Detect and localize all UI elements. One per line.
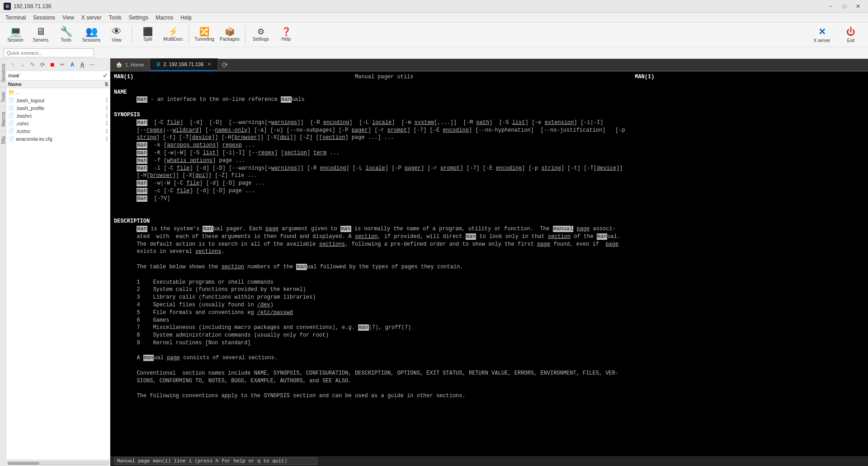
- term-line: man -l [-C file] [-d] [-D] [--warnings[=…: [114, 165, 864, 172]
- toolbar-separator2: [189, 26, 189, 44]
- window-title: 192.168.71.136: [14, 3, 51, 10]
- maximize-button[interactable]: □: [838, 1, 851, 11]
- session-icon: 💻: [9, 27, 22, 37]
- toolbar-session[interactable]: 💻 Session: [4, 24, 27, 46]
- list-item[interactable]: 📄 .bash_profile 1: [6, 104, 110, 112]
- terminal-content[interactable]: MAN(1) Manual pager utils MAN(1) NAME m: [110, 71, 868, 456]
- menu-tools[interactable]: Tools: [105, 14, 125, 22]
- tab-close-icon[interactable]: ✕: [206, 61, 212, 67]
- term-line: [114, 271, 864, 279]
- menu-terminal[interactable]: Terminal: [2, 14, 29, 22]
- xserver-label: X server: [813, 38, 830, 43]
- toolbar-tunneling-label: Tunneling: [194, 37, 214, 42]
- toolbar-packages[interactable]: 📦 Packages: [218, 24, 241, 46]
- vtab-sftp[interactable]: Sftp: [0, 131, 6, 149]
- path-confirm-icon[interactable]: ✔: [103, 72, 108, 79]
- term-line: The following conventions apply to the S…: [114, 392, 864, 400]
- term-line: man - an interface to the on-line refere…: [114, 96, 864, 104]
- toolbar-servers[interactable]: 🖥 Servers: [29, 24, 52, 46]
- toolbar-separator: [132, 26, 132, 44]
- toolbar-multiexec[interactable]: ⚡ MultiExec: [161, 24, 185, 46]
- statusbar-input[interactable]: [114, 457, 317, 465]
- toolbar-tools[interactable]: 🔧 Tools: [54, 24, 78, 46]
- xserver-icon: ✕: [818, 26, 826, 37]
- menu-settings[interactable]: Settings: [125, 14, 152, 22]
- list-item[interactable]: 📄 .bashrc 1: [6, 112, 110, 119]
- menu-help[interactable]: Help: [177, 14, 195, 22]
- toolbar-exit[interactable]: ⏻ Exit: [837, 24, 864, 46]
- minimize-button[interactable]: −: [825, 1, 837, 11]
- term-line: Conventional section names include NAME,…: [114, 370, 864, 377]
- main-area: Sessions Tools Macros Sftp ↑ ↓ ✎ ⟳ ⏹ ✂ A…: [0, 59, 868, 466]
- term-line: man -w|-W [-C file] [-d] [-D] page ...: [114, 180, 864, 187]
- list-item[interactable]: 📄 .tcshrc 1: [6, 127, 110, 135]
- vtab-tools[interactable]: Tools: [0, 87, 6, 107]
- toolbar-help[interactable]: ❓ Help: [274, 24, 298, 46]
- path-input[interactable]: /root/: [8, 73, 101, 78]
- tab-ssh[interactable]: 🖥 2. 192.168.71.136 ✕: [150, 58, 219, 71]
- menu-macros[interactable]: Macros: [152, 14, 177, 22]
- list-item[interactable]: 📄 .cshrc 1: [6, 119, 110, 127]
- toolbar-sessions[interactable]: 👥 Sessions: [80, 24, 103, 46]
- term-line: [114, 203, 864, 210]
- sess-btn-more[interactable]: ⋯: [88, 60, 97, 69]
- vtab-macros[interactable]: Macros: [0, 107, 6, 131]
- folder-icon: 📁: [8, 89, 15, 95]
- sess-btn-edit[interactable]: ✎: [28, 60, 37, 69]
- toolbar-settings-label: Settings: [253, 37, 269, 42]
- file-icon: 📄: [8, 128, 14, 134]
- new-tab-button[interactable]: ⟳: [218, 58, 231, 71]
- col-name: Name: [8, 81, 105, 87]
- toolbar-session-label: Session: [7, 38, 24, 43]
- toolbar-servers-label: Servers: [33, 38, 48, 43]
- toolbar-settings[interactable]: ⚙ Settings: [249, 24, 273, 46]
- list-item[interactable]: 📁 ..: [6, 88, 110, 96]
- toolbar-view[interactable]: 👁 View: [105, 24, 128, 46]
- term-line: [-H[browser]] [-X[dpi]] [-Z] file ...: [114, 172, 864, 180]
- item-name: .cshrc: [16, 121, 104, 126]
- file-tree: 📁 .. 📄 .bash_logout 1 📄 .bash_profile 1 …: [6, 88, 110, 460]
- sessions-toolbar: ↑ ↓ ✎ ⟳ ⏹ ✂ A A ⋯: [6, 59, 110, 71]
- sess-btn-refresh[interactable]: ⟳: [38, 60, 47, 69]
- tab-home-label: 1. Home: [125, 62, 144, 67]
- close-button[interactable]: ✕: [852, 1, 864, 11]
- term-line: string] [-t] [-T[device]] [-H[browser]] …: [114, 134, 864, 142]
- tab-home[interactable]: 🏠 1. Home: [110, 58, 150, 71]
- panel-scrollbar[interactable]: [6, 460, 110, 466]
- list-item[interactable]: 📄 anaconda-ks.cfg 1: [6, 135, 110, 143]
- file-icon: 📄: [8, 97, 14, 103]
- sess-btn-format[interactable]: A: [78, 60, 87, 69]
- toolbar-xserver[interactable]: ✕ X server: [808, 24, 835, 46]
- toolbar-split[interactable]: ⬛ Split: [136, 24, 160, 46]
- file-icon: 📄: [8, 105, 14, 111]
- toolbar-packages-label: Packages: [220, 37, 240, 42]
- menu-sessions[interactable]: Sessions: [29, 14, 59, 22]
- vertical-tabs: Sessions Tools Macros Sftp: [0, 59, 6, 466]
- toolbar-tunneling[interactable]: 🔀 Tunneling: [193, 24, 216, 46]
- ssh-icon: 🖥: [156, 61, 161, 67]
- list-item[interactable]: 📄 .bash_logout 1: [6, 96, 110, 104]
- menu-view[interactable]: View: [59, 14, 78, 22]
- sess-btn-up[interactable]: ↑: [8, 60, 17, 69]
- vtab-sessions[interactable]: Sessions: [0, 59, 6, 87]
- item-name: anaconda-ks.cfg: [16, 136, 104, 142]
- sess-btn-down[interactable]: ↓: [18, 60, 27, 69]
- sess-btn-delete[interactable]: ✂: [58, 60, 67, 69]
- toolbar-separator3: [245, 26, 245, 44]
- term-line: 5 File formats and conventions eg /etc/p…: [114, 309, 864, 317]
- term-line: 6 Games: [114, 317, 864, 324]
- term-line: NAME: [114, 89, 864, 96]
- sessions-icon: 👥: [85, 27, 98, 37]
- file-icon: 📄: [8, 113, 14, 119]
- sess-btn-stop[interactable]: ⏹: [48, 60, 57, 69]
- settings-icon: ⚙: [257, 28, 264, 36]
- item-name: ..: [16, 90, 107, 95]
- term-line: 4 Special files (usually found in /dev): [114, 301, 864, 309]
- item-name: .bashrc: [16, 113, 104, 119]
- menu-xserver[interactable]: X server: [78, 14, 105, 22]
- quick-connect-input[interactable]: [4, 48, 94, 57]
- sess-btn-search[interactable]: A: [68, 60, 77, 69]
- title-left: ⊞ 192.168.71.136: [4, 3, 51, 10]
- term-line: [114, 385, 864, 393]
- servers-icon: 🖥: [36, 27, 46, 37]
